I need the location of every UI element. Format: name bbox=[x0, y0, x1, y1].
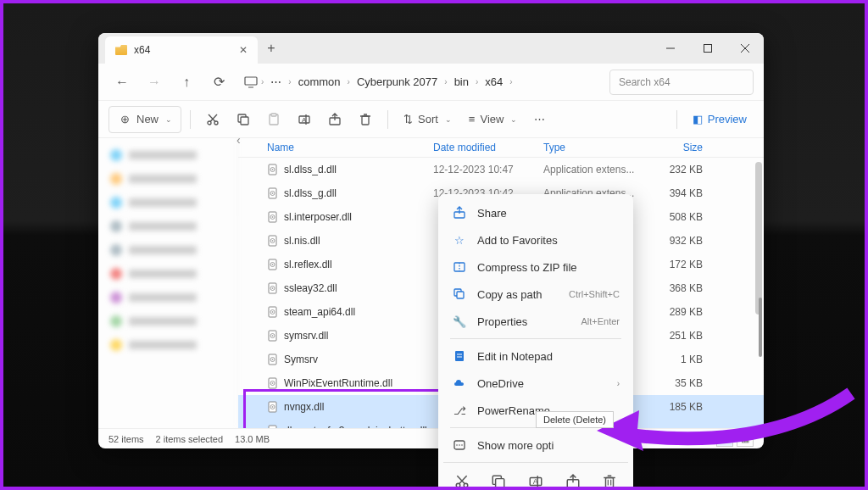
breadcrumb[interactable]: › ⋯ › common › Cyberpunk 2077 › bin › x6… bbox=[237, 72, 604, 92]
new-button[interactable]: ⊕ New ⌄ bbox=[108, 106, 181, 133]
context-menu: Share ☆Add to Favorites Compress to ZIP … bbox=[438, 194, 633, 490]
scrollbar[interactable] bbox=[759, 298, 762, 357]
svg-point-26 bbox=[272, 192, 274, 194]
file-icon bbox=[267, 282, 279, 294]
sidebar-item[interactable] bbox=[103, 214, 232, 238]
col-date-header[interactable]: Date modified bbox=[433, 142, 543, 153]
svg-rect-18 bbox=[362, 116, 369, 125]
file-size: 508 KB bbox=[654, 211, 713, 223]
svg-rect-11 bbox=[241, 117, 248, 125]
cm-share[interactable]: Share bbox=[443, 199, 628, 226]
svg-rect-62 bbox=[455, 351, 464, 361]
file-icon bbox=[267, 401, 279, 413]
breadcrumb-item[interactable]: x64 bbox=[481, 72, 506, 92]
cm-showmore[interactable]: Show more opti bbox=[443, 432, 628, 459]
rename-button[interactable]: A bbox=[291, 106, 318, 133]
tab-title: x64 bbox=[134, 44, 150, 56]
sort-icon: ⇅ bbox=[403, 113, 413, 125]
delete-tooltip: Delete (Delete) bbox=[536, 411, 614, 428]
svg-point-23 bbox=[272, 169, 274, 170]
col-name-header[interactable]: Name bbox=[247, 142, 433, 153]
sort-button[interactable]: ⇅ Sort ⌄ bbox=[397, 106, 459, 133]
view-label: View bbox=[480, 113, 504, 125]
statusbar: 52 items 2 items selected 13.0 MB ≡ ▦ bbox=[98, 428, 764, 448]
status-count: 52 items bbox=[108, 434, 144, 444]
refresh-button[interactable]: ⟳ bbox=[205, 69, 232, 96]
sidebar-item[interactable] bbox=[103, 309, 232, 333]
cm-copy[interactable] bbox=[485, 468, 512, 491]
details-view-button[interactable]: ≡ bbox=[716, 432, 733, 447]
up-button[interactable]: ↑ bbox=[173, 69, 200, 96]
cm-favorites[interactable]: ☆Add to Favorites bbox=[443, 226, 628, 253]
close-button[interactable] bbox=[726, 33, 764, 64]
file-name: WinPixEventRuntime.dll bbox=[284, 377, 392, 389]
breadcrumb-item[interactable]: Cyberpunk 2077 bbox=[353, 72, 441, 92]
svg-rect-4 bbox=[245, 77, 257, 85]
plus-circle-icon: ⊕ bbox=[118, 113, 131, 126]
more-button[interactable]: ⋯ bbox=[527, 106, 552, 133]
breadcrumb-more-icon[interactable]: ⋯ bbox=[267, 72, 285, 92]
svg-point-50 bbox=[272, 382, 274, 384]
more-icon bbox=[452, 437, 467, 453]
cut-button[interactable] bbox=[199, 106, 226, 133]
sidebar-item[interactable] bbox=[103, 333, 232, 357]
sidebar-item[interactable] bbox=[103, 167, 232, 191]
back-button[interactable]: ← bbox=[108, 69, 136, 96]
new-tab-button[interactable]: + bbox=[258, 41, 285, 56]
file-icon bbox=[267, 187, 279, 199]
sidebar-item[interactable] bbox=[103, 191, 232, 214]
svg-point-66 bbox=[456, 444, 458, 446]
search-input[interactable]: Search x64 bbox=[609, 70, 754, 95]
scrollbar[interactable] bbox=[755, 162, 762, 315]
cm-share-action[interactable] bbox=[559, 468, 587, 491]
paste-button[interactable] bbox=[260, 106, 287, 133]
breadcrumb-item[interactable]: bin bbox=[451, 72, 472, 92]
file-size: 289 KB bbox=[654, 306, 713, 318]
file-size: 251 KB bbox=[654, 330, 713, 342]
file-size: 932 KB bbox=[654, 235, 713, 247]
file-icon bbox=[267, 330, 279, 342]
file-name: Symsrv bbox=[284, 354, 318, 365]
sidebar-item[interactable] bbox=[103, 238, 232, 262]
cm-onedrive[interactable]: OneDrive› bbox=[443, 370, 628, 397]
cm-cut[interactable] bbox=[448, 468, 476, 491]
thumbnails-view-button[interactable]: ▦ bbox=[737, 432, 754, 447]
cm-delete[interactable] bbox=[596, 468, 623, 491]
sidebar-item[interactable] bbox=[103, 143, 232, 167]
cm-properties[interactable]: 🔧PropertiesAlt+Enter bbox=[443, 308, 628, 335]
maximize-button[interactable] bbox=[689, 33, 726, 64]
forward-button[interactable]: → bbox=[141, 69, 168, 96]
preview-button[interactable]: ◧ Preview bbox=[686, 106, 754, 133]
minimize-button[interactable] bbox=[652, 33, 689, 64]
sidebar-item[interactable] bbox=[103, 286, 232, 309]
col-size-header[interactable]: Size bbox=[654, 142, 713, 153]
view-button[interactable]: ≡ View ⌄ bbox=[462, 106, 525, 133]
file-icon bbox=[267, 164, 279, 175]
svg-point-41 bbox=[272, 311, 274, 313]
zip-icon bbox=[452, 259, 467, 275]
cm-notepad[interactable]: Edit in Notepad bbox=[443, 342, 628, 370]
close-tab-icon[interactable]: ✕ bbox=[239, 44, 248, 56]
file-row[interactable]: sl.dlss_d.dll12-12-2023 10:47Application… bbox=[238, 158, 764, 181]
cm-compress[interactable]: Compress to ZIP file bbox=[443, 253, 628, 281]
status-size: 13.0 MB bbox=[235, 434, 270, 444]
share-button[interactable] bbox=[321, 106, 348, 133]
titlebar: x64 ✕ + bbox=[98, 33, 764, 64]
copy-button[interactable] bbox=[230, 106, 257, 133]
svg-point-53 bbox=[272, 406, 274, 408]
svg-rect-74 bbox=[496, 478, 504, 487]
file-name: sl.interposer.dll bbox=[284, 211, 352, 223]
file-icon bbox=[267, 259, 279, 270]
sidebar-item[interactable] bbox=[103, 262, 232, 286]
cm-rename[interactable]: A bbox=[522, 468, 549, 491]
col-type-header[interactable]: Type bbox=[543, 142, 654, 153]
breadcrumb-item[interactable]: common bbox=[295, 72, 344, 92]
cm-copypath[interactable]: Copy as pathCtrl+Shift+C bbox=[443, 281, 628, 308]
tab-active[interactable]: x64 ✕ bbox=[105, 36, 258, 64]
delete-button[interactable] bbox=[352, 106, 379, 133]
sidebar bbox=[98, 138, 238, 428]
svg-point-35 bbox=[272, 264, 274, 265]
svg-point-67 bbox=[459, 444, 460, 446]
svg-point-44 bbox=[272, 335, 274, 337]
column-headers[interactable]: Name Date modified Type Size bbox=[238, 138, 764, 158]
